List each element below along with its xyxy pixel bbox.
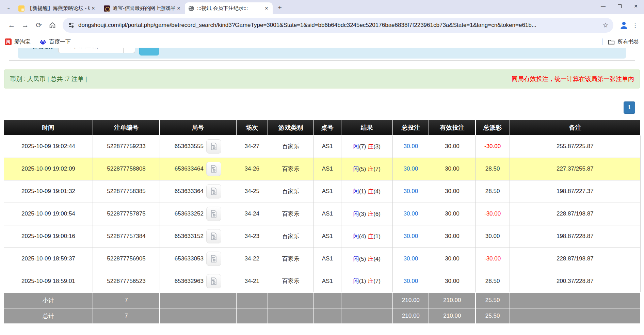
table-row: 2025-10-09 19:00:54522877757875653633252… <box>4 203 640 225</box>
column-header: 有效投注 <box>429 120 476 135</box>
maximize-button[interactable] <box>611 0 628 12</box>
video-replay-button[interactable] <box>206 274 221 288</box>
cell-total-bet[interactable]: 30.00 <box>393 180 429 203</box>
player-result-label: 闲 <box>353 278 359 284</box>
video-replay-button[interactable] <box>206 207 221 221</box>
cell-bet-id: 522877756905 <box>93 248 160 270</box>
total-bet-link[interactable]: 30.00 <box>404 233 418 239</box>
total-bet-link[interactable]: 30.00 <box>404 210 418 217</box>
summary-empty <box>341 308 392 324</box>
summary-payout: 25.50 <box>476 292 510 308</box>
tab-tongbao-game[interactable]: 通宝-信誉最好的网上游戏平台 ✕ <box>100 2 185 14</box>
browser-menu-kebab-icon[interactable]: ⋮ <box>631 18 639 32</box>
cell-game-type: 百家乐 <box>268 180 314 203</box>
film-document-icon <box>210 142 218 150</box>
cell-valid-bet: 30.00 <box>429 225 476 248</box>
total-bet-link[interactable]: 30.00 <box>404 143 418 149</box>
player-result-label: 闲 <box>353 233 359 240</box>
url-bar[interactable]: dongshouji.com/ipl/portal.php/game/betre… <box>63 18 613 33</box>
cell-total-bet[interactable]: 30.00 <box>393 135 429 158</box>
player-result-value: (3) <box>359 211 366 217</box>
url-text[interactable]: dongshouji.com/ipl/portal.php/game/betre… <box>78 22 599 29</box>
summary-label: 小计 <box>4 292 93 308</box>
player-result-value: (4) <box>359 233 366 240</box>
search-button[interactable] <box>139 48 159 55</box>
video-replay-button[interactable] <box>206 139 221 154</box>
tab-bet-records-active[interactable]: :::视讯 会员下注纪录::: ✕ <box>185 2 273 14</box>
banker-result-value: (7) <box>373 278 381 284</box>
cell-total-bet[interactable]: 30.00 <box>393 270 429 292</box>
home-icon[interactable] <box>46 18 59 32</box>
total-bet-link[interactable]: 30.00 <box>404 165 418 172</box>
bookmark-star-icon[interactable]: ☆ <box>602 21 609 29</box>
table-row: 2025-10-09 19:02:44522877759233653633555… <box>4 135 640 158</box>
minimize-button[interactable]: — <box>595 0 611 12</box>
total-bet-link[interactable]: 30.00 <box>404 188 418 194</box>
film-document-icon <box>210 165 218 173</box>
cell-payout: 28.50 <box>476 180 510 203</box>
tab-search-chevron-icon[interactable]: ⌄ <box>3 2 14 13</box>
cell-game-type: 百家乐 <box>268 158 314 180</box>
banker-result-value: (7) <box>373 166 381 172</box>
cell-session: 34-23 <box>236 225 268 248</box>
cell-session: 34-26 <box>236 158 268 180</box>
close-window-button[interactable]: ✕ <box>628 0 644 12</box>
cell-total-bet[interactable]: 30.00 <box>393 158 429 180</box>
summary-empty <box>268 292 314 308</box>
filter-select-dropdown[interactable] <box>124 48 135 53</box>
tab-title: :::视讯 会员下注纪录::: <box>197 5 263 12</box>
tab-close-icon[interactable]: ✕ <box>263 5 270 12</box>
cell-bet-id: 522877757384 <box>93 225 160 248</box>
cell-total-bet[interactable]: 30.00 <box>393 225 429 248</box>
bookmark-baidu[interactable]: 百度一下 <box>39 38 71 46</box>
video-replay-button[interactable] <box>206 184 221 198</box>
banker-result-label: 庄 <box>368 256 373 262</box>
total-bet-link[interactable]: 30.00 <box>404 255 418 262</box>
cell-total-bet[interactable]: 30.00 <box>393 203 429 225</box>
cell-session: 34-22 <box>236 248 268 270</box>
table-row: 2025-10-09 19:02:09522877758808653633464… <box>4 158 640 180</box>
video-replay-button[interactable] <box>206 162 221 176</box>
round-number-text: 653632963 <box>175 278 204 284</box>
page-1-button[interactable]: 1 <box>624 101 635 114</box>
folder-icon <box>608 39 615 45</box>
tab-haiyan-forum[interactable]: 【新提醒】海燕策略论坛 - 综合 ✕ <box>15 2 99 14</box>
tab-close-icon[interactable]: ✕ <box>175 5 182 12</box>
cell-valid-bet: 30.00 <box>429 203 476 225</box>
currency-total-text: 币别 : 人民币 | 总共 :7 注单 | <box>10 75 87 83</box>
bookmark-aitaobao[interactable]: 淘 爱淘宝 <box>5 38 31 46</box>
summary-empty <box>341 292 392 308</box>
video-replay-button[interactable] <box>206 229 221 243</box>
back-icon[interactable]: ← <box>5 18 18 32</box>
table-row: 2025-10-09 19:01:32522877758385653633364… <box>4 180 640 203</box>
cell-valid-bet: 30.00 <box>429 180 476 203</box>
cell-payout: -30.00 <box>476 248 510 270</box>
forward-icon[interactable]: → <box>18 18 32 32</box>
tab-close-icon[interactable]: ✕ <box>90 5 97 12</box>
summary-row: 总计7210.00210.0025.50 <box>4 308 640 324</box>
cell-total-bet[interactable]: 30.00 <box>393 248 429 270</box>
profile-avatar-icon[interactable] <box>619 20 629 30</box>
cell-payout: 28.50 <box>476 158 510 180</box>
cell-payout: 28.50 <box>476 270 510 292</box>
site-controls-icon[interactable] <box>67 21 75 29</box>
table-header-row: 时间注单编号局号场次游戏类别桌号结果总投注有效投注总派彩备注 <box>4 120 640 135</box>
currency-summary-bar: 币别 : 人民币 | 总共 :7 注单 | 同局有效投注，统一计算在该局第一张注… <box>4 69 640 89</box>
column-header: 备注 <box>510 120 640 135</box>
summary-empty <box>268 308 314 324</box>
maximize-icon <box>618 4 622 8</box>
dark-emblem-favicon-icon <box>104 5 110 12</box>
tab-title: 通宝-信誉最好的网上游戏平台 <box>113 5 175 12</box>
cell-result: 闲(4) 庄(1) <box>341 225 392 248</box>
cell-payout: -30.00 <box>476 203 510 225</box>
summary-label: 总计 <box>4 308 93 324</box>
cell-table-number: AS1 <box>314 248 341 270</box>
film-document-icon <box>210 187 218 195</box>
filter-input[interactable]: 平币(出入金历) <box>58 48 124 53</box>
reload-icon[interactable]: ⟳ <box>32 18 46 32</box>
video-replay-button[interactable] <box>206 252 221 266</box>
cell-result: 闲(3) 庄(6) <box>341 203 392 225</box>
all-bookmarks-button[interactable]: 所有书签 <box>608 38 639 46</box>
total-bet-link[interactable]: 30.00 <box>404 278 418 284</box>
new-tab-button[interactable]: + <box>275 2 285 13</box>
